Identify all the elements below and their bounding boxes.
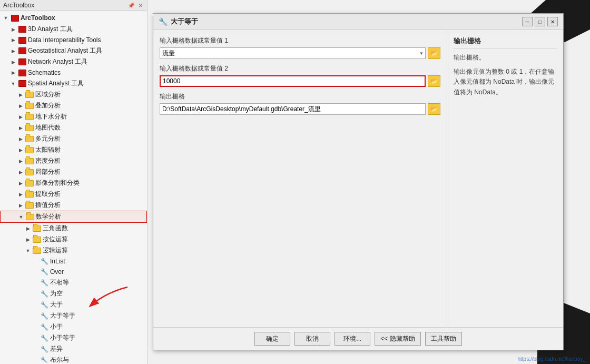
label-density: 密度分析 bbox=[35, 156, 61, 165]
icon-multi bbox=[25, 135, 34, 143]
main-dialog: 🔧 大于等于 ─ □ ✕ 输入栅格数据或常量值 1 流量 📂 bbox=[153, 13, 564, 350]
expand-notequal bbox=[32, 279, 39, 287]
expand-density: ▶ bbox=[17, 158, 24, 165]
env-button[interactable]: 环境... bbox=[335, 332, 370, 346]
help-text1: 输出栅格。 bbox=[454, 53, 557, 63]
label-isnull: 为空 bbox=[50, 289, 63, 298]
sidebar-item-logical[interactable]: ▼ 逻辑运算 bbox=[0, 245, 147, 256]
icon-density bbox=[25, 157, 34, 165]
sidebar-item-inlist[interactable]: 🔧 InList bbox=[0, 256, 147, 267]
help-text2: 输出像元值为整数 0 或 1，在任意输入像元值都为 NoData 时，输出像元值… bbox=[454, 67, 557, 97]
dialog-body: 输入栅格数据或常量值 1 流量 📂 输入栅格数据或常量值 2 📂 bbox=[153, 30, 563, 327]
sidebar-item-geostat[interactable]: ▶ Geostatistical Analyst 工具 bbox=[0, 45, 147, 56]
icon-network bbox=[18, 58, 26, 66]
label-seg: 影像分割和分类 bbox=[35, 179, 80, 188]
dialog-footer: 确定 取消 环境... << 隐藏帮助 工具帮助 bbox=[153, 327, 563, 350]
icon-mapcode bbox=[25, 124, 34, 132]
output-field[interactable] bbox=[160, 103, 426, 115]
label-bool: 布尔与 bbox=[50, 356, 69, 362]
icon-lessequal: 🔧 bbox=[40, 334, 48, 342]
sidebar-item-network[interactable]: ▶ Network Analyst 工具 bbox=[0, 56, 147, 67]
tree-root-label: ArcToolbox bbox=[21, 14, 55, 22]
icon-logical bbox=[33, 247, 41, 255]
label-greaterequal: 大于等于 bbox=[50, 311, 75, 320]
sidebar-item-schematics[interactable]: ▶ Schematics bbox=[0, 67, 147, 78]
expand-interop: ▶ bbox=[9, 36, 17, 44]
icon-over: 🔧 bbox=[40, 268, 48, 276]
sidebar-item-isnull[interactable]: 🔧 为空 bbox=[0, 288, 147, 299]
label-spatial: Spatial Analyst 工具 bbox=[28, 79, 84, 88]
panel-close-button[interactable]: ✕ bbox=[137, 3, 144, 8]
input1-select[interactable]: 流量 bbox=[160, 47, 426, 59]
input1-group: 输入栅格数据或常量值 1 流量 📂 bbox=[160, 36, 440, 59]
input2-field[interactable] bbox=[160, 75, 426, 87]
sidebar-item-mapcode[interactable]: ▶ 地图代数 bbox=[0, 122, 147, 133]
cancel-button[interactable]: 取消 bbox=[294, 332, 330, 346]
sidebar-item-local[interactable]: ▶ 局部分析 bbox=[0, 166, 147, 178]
sidebar-item-extract[interactable]: ▶ 提取分析 bbox=[0, 189, 147, 200]
icon-trig bbox=[33, 224, 41, 233]
panel-titlebar-buttons: 📌 ✕ bbox=[127, 3, 144, 8]
sidebar-item-groundwater[interactable]: ▶ 地下水分析 bbox=[0, 111, 147, 122]
icon-bitwise bbox=[33, 235, 41, 244]
label-network: Network Analyst 工具 bbox=[28, 57, 87, 66]
expand-inlist bbox=[32, 258, 39, 265]
input1-row: 流量 📂 bbox=[160, 47, 440, 59]
sidebar-item-spatial[interactable]: ▼ Spatial Analyst 工具 bbox=[0, 78, 147, 89]
sidebar-item-segmentation[interactable]: ▶ 影像分割和分类 bbox=[0, 178, 147, 189]
icon-inlist: 🔧 bbox=[40, 257, 48, 265]
dialog-close-button[interactable]: ✕ bbox=[547, 17, 558, 26]
sidebar-item-multi[interactable]: ▶ 多元分析 bbox=[0, 133, 147, 144]
sidebar-item-diff[interactable]: 🔧 差异 bbox=[0, 343, 147, 355]
sidebar-item-greater[interactable]: 🔧 大于 bbox=[0, 299, 147, 310]
sidebar-item-less[interactable]: 🔧 小于 bbox=[0, 321, 147, 332]
icon-local bbox=[25, 168, 34, 176]
sidebar-item-math[interactable]: ▼ 数学分析 bbox=[0, 211, 147, 223]
label-notequal: 不相等 bbox=[50, 278, 69, 287]
sidebar-item-lessequal[interactable]: 🔧 小于等于 bbox=[0, 332, 147, 343]
sidebar-item-bitwise[interactable]: ▶ 按位运算 bbox=[0, 234, 147, 245]
tree-root[interactable]: ▼ ArcToolbox bbox=[0, 12, 147, 24]
input2-group: 输入栅格数据或常量值 2 📂 bbox=[160, 64, 440, 87]
tool-help-button[interactable]: 工具帮助 bbox=[425, 332, 462, 346]
sidebar-item-interpolation[interactable]: ▶ 插值分析 bbox=[0, 200, 147, 211]
sidebar-item-trig[interactable]: ▶ 三角函数 bbox=[0, 223, 147, 234]
sidebar-item-over[interactable]: 🔧 Over bbox=[0, 267, 147, 277]
input2-label: 输入栅格数据或常量值 2 bbox=[160, 64, 440, 73]
label-overlay: 叠加分析 bbox=[35, 101, 61, 110]
icon-groundwater bbox=[25, 113, 34, 121]
input1-folder-button[interactable]: 📂 bbox=[428, 47, 440, 59]
sidebar-item-greaterequal[interactable]: 🔧 大于等于 bbox=[0, 310, 147, 321]
sidebar-item-notequal[interactable]: 🔧 不相等 bbox=[0, 277, 147, 288]
sidebar-item-density[interactable]: ▶ 密度分析 bbox=[0, 155, 147, 166]
dialog-minimize-button[interactable]: ─ bbox=[522, 17, 533, 26]
expand-3d: ▶ bbox=[9, 26, 17, 33]
input1-label: 输入栅格数据或常量值 1 bbox=[160, 36, 440, 45]
sidebar-item-3d-analyst[interactable]: ▶ 3D Analyst 工具 bbox=[0, 24, 147, 35]
expand-seg: ▶ bbox=[17, 180, 24, 187]
input2-folder-button[interactable]: 📂 bbox=[428, 75, 440, 87]
dialog-title: 大于等于 bbox=[171, 17, 198, 26]
dialog-title-icon: 🔧 bbox=[159, 17, 168, 26]
sidebar-item-overlay[interactable]: ▶ 叠加分析 bbox=[0, 100, 147, 111]
output-label: 输出栅格 bbox=[160, 92, 440, 101]
panel-pin-button[interactable]: 📌 bbox=[127, 3, 135, 8]
icon-schematics bbox=[18, 68, 26, 77]
expand-greater bbox=[32, 301, 39, 309]
sidebar-item-bool[interactable]: 🔧 布尔与 bbox=[0, 355, 147, 362]
output-folder-button[interactable]: 📂 bbox=[428, 103, 440, 115]
tree-container: ▼ ArcToolbox ▶ 3D Analyst 工具 ▶ Data Inte… bbox=[0, 11, 147, 362]
sidebar-item-data-interop[interactable]: ▶ Data Interoperability Tools bbox=[0, 35, 147, 45]
sidebar-item-zone[interactable]: ▶ 区域分析 bbox=[0, 89, 147, 100]
label-over: Over bbox=[50, 268, 64, 276]
dialog-maximize-button[interactable]: □ bbox=[535, 17, 545, 26]
expand-zone: ▶ bbox=[17, 91, 24, 99]
hide-help-button[interactable]: << 隐藏帮助 bbox=[375, 332, 420, 346]
ok-button[interactable]: 确定 bbox=[254, 332, 290, 346]
input2-row: 📂 bbox=[160, 75, 440, 87]
sidebar-item-solar[interactable]: ▶ 太阳辐射 bbox=[0, 144, 147, 155]
expand-network: ▶ bbox=[9, 58, 17, 66]
label-geostat: Geostatistical Analyst 工具 bbox=[28, 46, 102, 55]
watermark: https://blog.csdn.net/lianboy_ bbox=[517, 356, 586, 362]
icon-zone bbox=[25, 91, 34, 99]
